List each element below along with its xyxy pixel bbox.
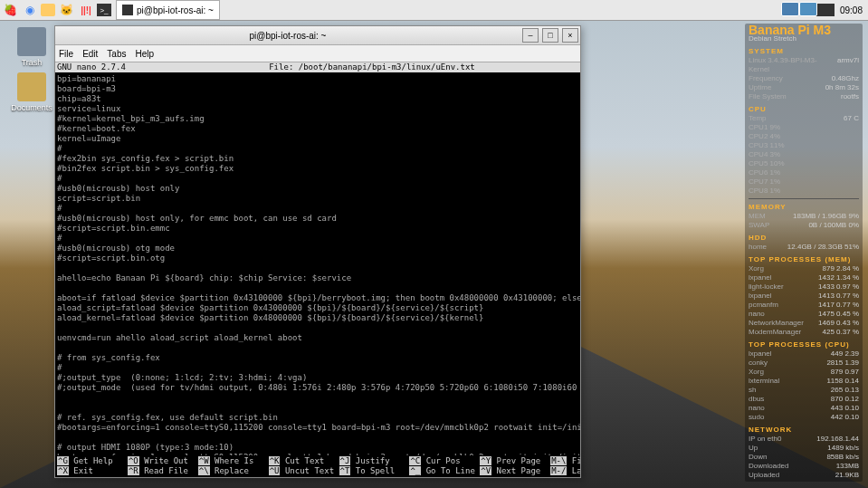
monitor-row: lxpanel1413 0.77 %	[749, 292, 859, 301]
monitor-row: Up1489 kb/s	[749, 444, 859, 453]
monitor-row: light-locker1433 0.97 %	[749, 282, 859, 292]
monitor-row: lxpanel449 2.39	[749, 349, 859, 359]
monitor-row: dbus870 0.12	[749, 395, 859, 404]
monitor-row: lxpanel1432 1.34 %	[749, 273, 859, 282]
monitor-row: Down858B kb/s	[749, 453, 859, 462]
desktop-icon-trash[interactable]: Trash	[9, 27, 54, 67]
monitor-row: sh265 0.13	[749, 386, 859, 395]
monitor-row: Linux 3.4.39-BPI-M3-Kernelarmv7l	[749, 56, 859, 74]
monitor-row: CPU3 11%	[749, 141, 859, 150]
monitor-row: home12.4GB / 28.3GB 51%	[749, 243, 859, 252]
menu-file[interactable]: File	[59, 49, 73, 59]
monitor-row: Downloaded133MB	[749, 462, 859, 471]
chrome-icon[interactable]: ◉	[21, 1, 39, 19]
monitor-row: File Systemrootfs	[749, 92, 859, 101]
monitor-row: CPU8 1%	[749, 187, 859, 196]
monitor-row: nano1475 0.45 %	[749, 310, 859, 319]
monitor-row: Frequency0.48Ghz	[749, 74, 859, 83]
nano-version: GNU nano 2.7.4	[57, 62, 166, 72]
monitor-icon[interactable]	[781, 2, 799, 16]
system-monitor: Banana Pi M3 Debian Stretch SYSTEM Linux…	[745, 24, 863, 483]
terminal-window: pi@bpi-iot-ros-ai: ~ – □ × File Edit Tab…	[54, 25, 581, 478]
close-button[interactable]: ×	[562, 28, 578, 43]
terminal-icon[interactable]: >_	[97, 4, 111, 16]
monitor-row: sudo442 0.10	[749, 413, 859, 422]
terminal-content[interactable]: GNU nano 2.7.4 File: /boot/bananapi/bpi-…	[55, 62, 580, 477]
monitor-row: CPU1 9%	[749, 123, 859, 132]
monitor-row: Uptime0h 8m 32s	[749, 83, 859, 92]
monitor-icon-2[interactable]	[799, 2, 817, 16]
monitor-row: SWAP0B / 100MB 0%	[749, 221, 859, 230]
window-title: pi@bpi-iot-ros-ai: ~	[55, 31, 520, 41]
menu-icon[interactable]: 🍓	[1, 1, 19, 19]
htop-icon[interactable]: ||!|	[77, 1, 95, 19]
titlebar[interactable]: pi@bpi-iot-ros-ai: ~ – □ ×	[55, 26, 580, 45]
menubar: File Edit Tabs Help	[55, 45, 580, 62]
monitor-row: conky2815 1.39	[749, 359, 859, 368]
monitor-row: Xorg879 2.84 %	[749, 264, 859, 273]
monitor-row: CPU2 4%	[749, 132, 859, 141]
monitor-row: NetworkManager1469 0.43 %	[749, 319, 859, 328]
monitor-row: MEM183MB / 1.96GB 9%	[749, 212, 859, 221]
monitor-row: Uploaded21.9KB	[749, 471, 859, 480]
nano-shortcuts: ^G Get Help ^O Write Out ^W Where Is ^K …	[55, 455, 580, 477]
minimize-button[interactable]: –	[522, 28, 539, 43]
menu-edit[interactable]: Edit	[82, 49, 98, 59]
editor-text[interactable]: bpi=bananapi board=bpi-m3 chip=a83t serv…	[55, 72, 580, 477]
monitor-row: Temp67 C	[749, 114, 859, 123]
monitor-row: Xorg879 0.97	[749, 368, 859, 377]
monitor-row: nano443 0.10	[749, 404, 859, 413]
monitor-row: ModemManager425 0.37 %	[749, 328, 859, 337]
conky-title: Banana Pi M3	[749, 25, 859, 34]
monitor-row: pcmanfm1417 0.77 %	[749, 301, 859, 310]
nano-file: File: /boot/bananapi/bpi-m3/linux/uEnv.t…	[166, 62, 578, 72]
tool-icon[interactable]: 🐱	[57, 1, 75, 19]
taskbar: 🍓 ◉ 🐱 ||!| >_ pi@bpi-iot-ros-ai: ~ 09:08	[0, 0, 868, 21]
maximize-button[interactable]: □	[542, 28, 558, 43]
monitor-row: CPU4 3%	[749, 150, 859, 159]
monitor-row: CPU5 10%	[749, 159, 859, 168]
clock: 09:08	[840, 5, 863, 15]
monitor-row: IP on eth0192.168.1.44	[749, 435, 859, 444]
folder-icon[interactable]	[41, 4, 55, 16]
monitor-row: CPU6 1%	[749, 168, 859, 177]
menu-tabs[interactable]: Tabs	[107, 49, 126, 59]
monitor-row: lxterminal1158 0.14	[749, 377, 859, 386]
battery-icon	[815, 4, 835, 16]
desktop-icon-documents[interactable]: Documents	[9, 72, 54, 112]
monitor-row: CPU7 1%	[749, 177, 859, 187]
taskbar-app-terminal[interactable]: pi@bpi-iot-ros-ai: ~	[116, 0, 220, 20]
menu-help[interactable]: Help	[135, 49, 154, 59]
